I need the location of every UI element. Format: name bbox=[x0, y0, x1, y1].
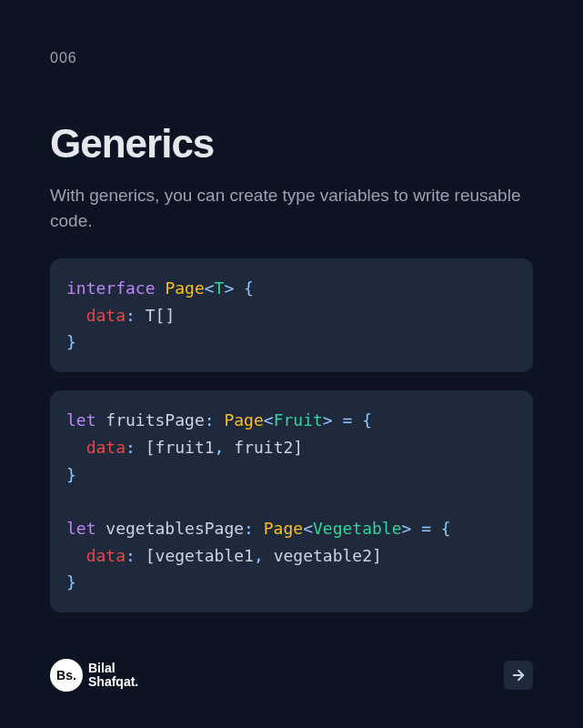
comma: , bbox=[215, 438, 235, 457]
author-logo: Bs. Bilal Shafqat. bbox=[50, 659, 138, 692]
equals-brace: = { bbox=[333, 410, 372, 430]
next-button[interactable] bbox=[504, 661, 533, 690]
type-name: Page bbox=[264, 519, 303, 538]
colon: : bbox=[126, 306, 146, 325]
author-last: Shafqat. bbox=[88, 675, 138, 689]
brace-close: } bbox=[66, 572, 76, 592]
brace-close: } bbox=[66, 465, 76, 484]
identifier: fruit2 bbox=[234, 438, 293, 457]
brace-close: } bbox=[66, 332, 76, 351]
type-name: Page bbox=[224, 410, 263, 430]
arrow-right-icon bbox=[510, 667, 527, 683]
brace-open: { bbox=[234, 278, 254, 298]
colon: : bbox=[244, 519, 264, 538]
code-block-interface: interface Page<T> { data: T[] } bbox=[50, 258, 533, 372]
indent bbox=[66, 438, 86, 457]
bracket-open: [ bbox=[146, 438, 156, 457]
property: data bbox=[86, 306, 126, 325]
colon: : bbox=[126, 438, 146, 457]
bracket-open: [ bbox=[146, 546, 156, 565]
bracket-close: ] bbox=[293, 438, 303, 457]
generic-arg: Fruit bbox=[274, 410, 323, 430]
identifier: vegetable2 bbox=[274, 546, 372, 565]
angle-open: < bbox=[205, 278, 215, 298]
identifier: fruit1 bbox=[156, 438, 215, 457]
property: data bbox=[86, 438, 126, 457]
identifier: vegetablesPage bbox=[96, 519, 245, 538]
angle-close: > bbox=[402, 519, 412, 538]
code-block-usage: let fruitsPage: Page<Fruit> = { data: [f… bbox=[50, 390, 533, 612]
angle-close: > bbox=[323, 410, 333, 430]
author-name: Bilal Shafqat. bbox=[88, 662, 138, 690]
array-brackets: [] bbox=[156, 306, 176, 325]
comma: , bbox=[254, 546, 274, 565]
bracket-close: ] bbox=[372, 546, 382, 565]
property: data bbox=[86, 546, 126, 565]
generic-param: T bbox=[215, 278, 225, 298]
logo-badge: Bs. bbox=[50, 659, 83, 692]
footer: Bs. Bilal Shafqat. bbox=[50, 659, 533, 692]
angle-close: > bbox=[224, 278, 234, 298]
page-subtitle: With generics, you can create type varia… bbox=[50, 183, 533, 233]
angle-open: < bbox=[303, 519, 313, 538]
type-name: Page bbox=[165, 278, 204, 298]
identifier: vegetable1 bbox=[156, 546, 254, 565]
keyword: let bbox=[66, 519, 96, 538]
equals-brace: = { bbox=[411, 519, 450, 538]
identifier: fruitsPage bbox=[96, 410, 205, 430]
page-title: Generics bbox=[50, 121, 533, 167]
indent bbox=[66, 546, 86, 565]
page-number: 006 bbox=[50, 50, 533, 66]
keyword: let bbox=[66, 410, 96, 430]
colon: : bbox=[205, 410, 225, 430]
indent bbox=[66, 306, 86, 325]
angle-open: < bbox=[264, 410, 274, 430]
colon: : bbox=[126, 546, 146, 565]
type-ref: T bbox=[146, 306, 156, 325]
generic-arg: Vegetable bbox=[313, 519, 402, 538]
author-first: Bilal bbox=[88, 662, 138, 675]
keyword: interface bbox=[66, 278, 156, 298]
